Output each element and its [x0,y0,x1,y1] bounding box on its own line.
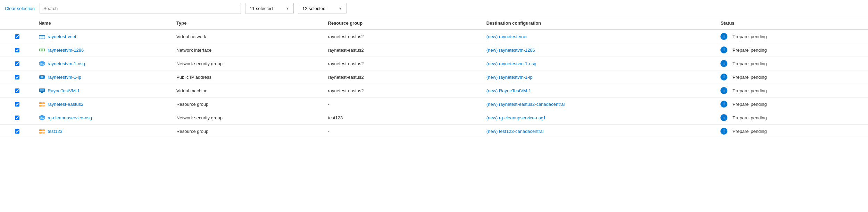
svg-rect-25 [39,105,42,107]
destination-link[interactable]: (new) raynetestvm-1-ip [486,75,533,80]
row-checkbox-cell [0,70,34,84]
table-row: raynetestvm-1286Network interfaceraynete… [0,43,868,57]
row-status-cell: i'Prepare' pending [716,125,868,138]
rg-icon [39,128,45,135]
destination-link[interactable]: (new) raynetestvm-1-nsg [486,61,536,66]
row-checkbox-cell [0,43,34,57]
search-input[interactable] [40,3,241,14]
row-checkbox[interactable] [15,75,19,79]
svg-point-1 [39,35,41,36]
resources-table-container: Name Type Resource group Destination con… [0,17,868,138]
row-name-cell: raynetest-vnet [34,29,172,43]
row-type-cell: Virtual network [172,29,324,43]
chevron-down-icon: ▼ [339,7,342,10]
info-icon[interactable]: i [720,33,727,40]
status-text: 'Prepare' pending [732,48,767,53]
nsg-icon: NSG [39,114,45,121]
row-status-cell: i'Prepare' pending [716,43,868,57]
info-icon[interactable]: i [720,128,727,135]
resources-table: Name Type Resource group Destination con… [0,17,868,138]
row-status-cell: i'Prepare' pending [716,97,868,111]
resource-name-link[interactable]: raynetestvm-1-nsg [48,61,85,66]
row-checkbox[interactable] [15,34,19,39]
row-checkbox-cell [0,84,34,97]
row-type-cell: Public IP address [172,70,324,84]
row-destination-cell: (new) raynetest-vnet [482,29,717,43]
info-icon[interactable]: i [720,114,727,121]
status-text: 'Prepare' pending [732,34,767,39]
table-row: RayneTestVM-1Virtual machineraynetest-ea… [0,84,868,97]
nic-icon [39,46,45,53]
row-checkbox-cell [0,57,34,70]
row-destination-cell: (new) raynetestvm-1286 [482,43,717,57]
row-type-cell: Resource group [172,125,324,138]
destination-link[interactable]: (new) raynetest-vnet [486,34,528,39]
filter2-label: 12 selected [302,6,326,11]
filter1-dropdown[interactable]: 11 selected ▼ [245,3,294,14]
row-type-cell: Network security group [172,111,324,125]
svg-text:NSG: NSG [40,62,45,65]
info-icon[interactable]: i [720,101,727,108]
table-row: NSGrg-cleanupservice-nsgNetwork security… [0,111,868,125]
col-header-resource-group: Resource group [324,17,482,29]
row-resource-group-cell: raynetest-eastus2 [324,84,482,97]
svg-rect-23 [39,102,42,104]
row-checkbox-cell [0,29,34,43]
row-name-cell: raynetestvm-1-ip [34,70,172,84]
vm-icon [39,87,45,94]
resource-name-link[interactable]: raynetestvm-1286 [48,48,84,53]
destination-link[interactable]: (new) raynetestvm-1286 [486,48,535,53]
row-name-cell: NSGraynetestvm-1-nsg [34,57,172,70]
filter2-dropdown[interactable]: 12 selected ▼ [298,3,347,14]
row-checkbox[interactable] [15,129,19,134]
clear-selection-button[interactable]: Clear selection [4,5,35,12]
row-status-cell: i'Prepare' pending [716,70,868,84]
svg-rect-20 [40,89,44,91]
info-icon[interactable]: i [720,74,727,80]
table-row: NSGraynetestvm-1-nsgNetwork security gro… [0,57,868,70]
pip-icon [39,74,45,80]
svg-rect-11 [40,49,41,51]
resource-name-link[interactable]: rg-cleanupservice-nsg [48,115,92,120]
col-header-checkbox [0,17,34,29]
svg-rect-29 [39,129,42,131]
row-destination-cell: (new) raynetest-eastus2-canadacentral [482,97,717,111]
svg-point-18 [42,77,43,78]
row-checkbox[interactable] [15,88,19,93]
row-checkbox[interactable] [15,116,19,120]
destination-link[interactable]: (new) RayneTestVM-1 [486,88,531,93]
row-checkbox[interactable] [15,61,19,66]
resource-name-link[interactable]: raynetest-eastus2 [48,102,83,107]
info-icon[interactable]: i [720,46,727,53]
resource-name-link[interactable]: raynetest-vnet [48,34,76,39]
resource-name-link[interactable]: raynetestvm-1-ip [48,75,81,80]
svg-rect-31 [39,132,42,134]
svg-point-7 [40,38,41,39]
resource-name-link[interactable]: RayneTestVM-1 [48,88,80,93]
destination-link[interactable]: (new) raynetest-eastus2-canadacentral [486,102,565,107]
row-checkbox-cell [0,125,34,138]
row-resource-group-cell: raynetest-eastus2 [324,70,482,84]
row-resource-group-cell: test123 [324,111,482,125]
row-name-cell: test123 [34,125,172,138]
info-icon[interactable]: i [720,60,727,67]
col-header-name: Name [34,17,172,29]
row-type-cell: Virtual machine [172,84,324,97]
svg-rect-12 [42,49,43,51]
svg-point-9 [44,38,45,39]
row-checkbox[interactable] [15,102,19,107]
table-row: raynetestvm-1-ipPublic IP addressraynete… [0,70,868,84]
toolbar: Clear selection 11 selected ▼ 12 selecte… [0,0,868,17]
row-name-cell: raynetest-eastus2 [34,97,172,111]
row-destination-cell: (new) raynetestvm-1-nsg [482,57,717,70]
row-destination-cell: (new) rg-cleanupservice-nsg1 [482,111,717,125]
filter1-label: 11 selected [250,6,273,11]
row-checkbox[interactable] [15,48,19,52]
resource-name-link[interactable]: test123 [48,129,62,134]
destination-link[interactable]: (new) test123-canadacentral [486,129,544,134]
info-icon[interactable]: i [720,87,727,94]
table-header-row: Name Type Resource group Destination con… [0,17,868,29]
destination-link[interactable]: (new) rg-cleanupservice-nsg1 [486,115,546,120]
row-resource-group-cell: raynetest-eastus2 [324,43,482,57]
row-status-cell: i'Prepare' pending [716,111,868,125]
